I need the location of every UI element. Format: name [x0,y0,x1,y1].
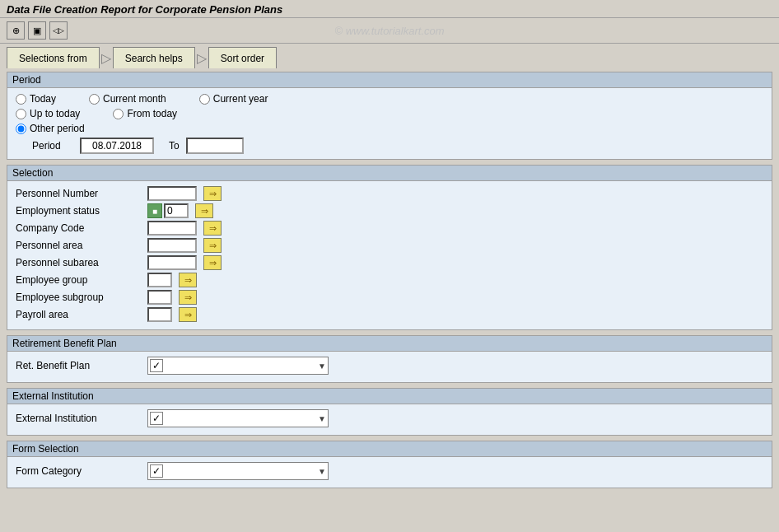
form-dropdown-row: Form Category ✓ ▼ [16,462,763,480]
employee-subgroup-label: Employee subgroup [16,292,147,303]
personnel-subarea-label: Personnel subarea [16,257,147,268]
personnel-area-input[interactable] [147,238,197,253]
radio-other-period[interactable]: Other period [16,123,85,134]
search-tab-label: Search helps [125,53,183,64]
radio-up-to-today[interactable]: Up to today [16,108,80,119]
period-from-input[interactable] [80,138,154,154]
employment-status-arrow-btn[interactable]: ⇒ [195,203,213,218]
radio-current-year-label: Current year [213,93,268,105]
form-section: Form Selection Form Category ✓ ▼ [7,441,772,488]
form-select[interactable]: ✓ ▼ [147,462,329,480]
main-content: Period Today Current month Current year [0,68,779,532]
forward-button[interactable]: ◁▷ [49,21,68,40]
save-button[interactable]: ▣ [28,21,46,40]
radio-other-period-label: Other period [30,123,85,134]
retirement-section-body: Ret. Benefit Plan ✓ ▼ [7,352,772,382]
retirement-section: Retirement Benefit Plan Ret. Benefit Pla… [7,335,772,383]
emp-status-icon[interactable]: ■ [147,203,162,218]
selection-section-header: Selection [7,166,772,181]
radio-current-year[interactable]: Current year [199,93,268,105]
employee-subgroup-arrow-btn[interactable]: ⇒ [179,290,197,305]
period-date-row: Period To [32,138,763,154]
radio-today[interactable]: Today [16,93,56,105]
tab-bar: Selections from ▷ Search helps ▷ Sort or… [0,44,779,68]
radio-current-month-label: Current month [103,93,166,105]
period-section-header: Period [7,72,772,88]
personnel-area-row: Personnel area ⇒ [16,238,763,253]
radio-up-to-today-input[interactable] [16,109,26,119]
radio-from-today-input[interactable] [113,109,124,119]
title-bar: Data File Creation Report for Corporate … [0,0,779,18]
radio-today-input[interactable] [16,94,26,105]
personnel-number-row: Personnel Number ⇒ [16,186,763,201]
external-dropdown-row: External Institution ✓ ▼ [16,409,763,427]
period-section: Period Today Current month Current year [7,72,772,160]
tab-divider-1: ▷ [101,50,111,66]
company-code-arrow-btn[interactable]: ⇒ [203,221,222,236]
retirement-section-header: Retirement Benefit Plan [7,336,772,352]
company-code-row: Company Code ⇒ [16,221,763,236]
external-checkbox-icon: ✓ [150,412,163,425]
radio-current-year-input[interactable] [199,94,210,105]
payroll-area-input[interactable] [147,307,172,322]
window-title: Data File Creation Report for Corporate … [7,3,282,16]
emp-status-controls: ■ [147,203,189,218]
retirement-checkbox-icon: ✓ [150,359,163,372]
tab-divider-2: ▷ [197,50,207,66]
employee-group-input[interactable] [147,273,172,287]
external-section: External Institution External Institutio… [7,388,772,436]
radio-other-period-input[interactable] [16,124,26,134]
radio-current-month[interactable]: Current month [89,93,166,105]
retirement-dropdown-row: Ret. Benefit Plan ✓ ▼ [16,357,763,375]
period-label: Period [32,140,73,152]
radio-from-today[interactable]: From today [113,108,177,119]
company-code-input[interactable] [147,221,197,236]
external-dropdown-arrow-icon: ▼ [318,414,326,423]
payroll-area-row: Payroll area ⇒ [16,307,763,322]
period-to-input[interactable] [186,138,244,154]
employment-status-input[interactable] [164,203,189,218]
radio-current-month-input[interactable] [89,94,100,105]
retirement-label: Ret. Benefit Plan [16,360,147,371]
back-button[interactable]: ⊕ [7,21,25,40]
toolbar: ⊕ ▣ ◁▷ © www.tutorialkart.com [0,18,779,44]
retirement-dropdown-arrow-icon: ▼ [318,362,326,371]
to-label: To [169,140,180,152]
radio-today-label: Today [30,93,56,105]
selection-section: Selection Personnel Number ⇒ Employment … [7,165,772,330]
selection-section-body: Personnel Number ⇒ Employment status ■ ⇒… [7,181,772,329]
radio-row-1: Today Current month Current year [16,93,763,105]
personnel-subarea-row: Personnel subarea ⇒ [16,255,763,270]
personnel-number-arrow-btn[interactable]: ⇒ [203,186,222,201]
radio-row-3: Other period [16,123,763,134]
tab-sort[interactable]: Sort order [208,47,277,68]
external-select[interactable]: ✓ ▼ [147,409,329,427]
form-section-body: Form Category ✓ ▼ [7,457,772,488]
tab-selections[interactable]: Selections from [7,47,100,68]
retirement-select[interactable]: ✓ ▼ [147,357,329,375]
external-section-header: External Institution [7,389,772,404]
personnel-subarea-input[interactable] [147,255,197,270]
personnel-area-arrow-btn[interactable]: ⇒ [203,238,222,253]
payroll-area-label: Payroll area [16,309,147,320]
personnel-area-label: Personnel area [16,240,147,251]
radio-up-to-today-label: Up to today [30,108,80,119]
employment-status-label: Employment status [16,205,147,217]
sort-tab-label: Sort order [221,53,264,64]
employee-group-label: Employee group [16,274,147,286]
personnel-subarea-arrow-btn[interactable]: ⇒ [203,255,222,270]
selections-tab-label: Selections from [19,53,87,64]
radio-row-2: Up to today From today [16,108,763,119]
personnel-number-input[interactable] [147,186,197,201]
main-window: Data File Creation Report for Corporate … [0,0,779,532]
company-code-label: Company Code [16,222,147,234]
watermark: © www.tutorialkart.com [334,25,444,37]
employment-status-row: Employment status ■ ⇒ [16,203,763,218]
personnel-number-label: Personnel Number [16,188,147,199]
form-checkbox-icon: ✓ [150,464,163,478]
employee-subgroup-input[interactable] [147,290,172,305]
employee-group-arrow-btn[interactable]: ⇒ [179,273,197,287]
payroll-area-arrow-btn[interactable]: ⇒ [179,307,197,322]
tab-search[interactable]: Search helps [113,47,195,68]
external-section-body: External Institution ✓ ▼ [7,404,772,435]
